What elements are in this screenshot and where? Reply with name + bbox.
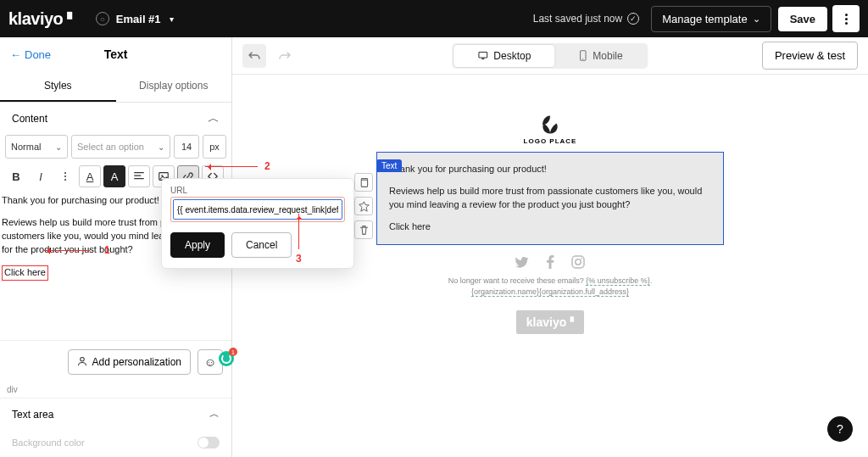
text-block[interactable]: Thank you for purchasing our product! Re…: [376, 152, 724, 245]
url-label: URL: [170, 186, 345, 195]
email-p1: Thank you for purchasing our product!: [389, 163, 711, 176]
done-button[interactable]: ← Done: [10, 48, 51, 61]
click-here-link[interactable]: Click here: [2, 265, 48, 281]
background-color-row[interactable]: Background color: [0, 430, 231, 457]
tab-display-options[interactable]: Display options: [116, 71, 232, 102]
italic-button[interactable]: I: [30, 165, 52, 187]
svg-point-5: [582, 59, 583, 59]
redo-button[interactable]: [273, 44, 297, 68]
more-menu-button[interactable]: [832, 5, 860, 32]
copy-icon: [359, 177, 370, 188]
klaviyo-badge: klaviyo▝: [516, 310, 584, 334]
last-saved-status: Last saved just now ✓: [533, 13, 639, 25]
arrow-left-icon: ←: [10, 48, 21, 61]
twitter-icon[interactable]: [515, 255, 529, 269]
chevron-down-icon: ▾: [170, 14, 174, 24]
device-desktop[interactable]: Desktop: [453, 45, 554, 67]
star-icon: [359, 201, 370, 212]
instagram-icon[interactable]: [571, 255, 585, 269]
favorite-button[interactable]: [354, 197, 373, 215]
duplicate-button[interactable]: [354, 173, 373, 192]
email-p3: Click here: [389, 220, 711, 234]
font-select[interactable]: Select an option⌄: [71, 135, 170, 159]
svg-rect-6: [361, 180, 367, 187]
vertical-dots-icon: [845, 14, 848, 25]
text-area-section[interactable]: Text area ︿: [0, 398, 231, 430]
mobile-icon: [578, 50, 587, 61]
annotation-arrow-1: [44, 250, 90, 251]
align-button[interactable]: [128, 165, 150, 187]
more-format-button[interactable]: [54, 165, 76, 187]
manage-template-button[interactable]: Manage template⌄: [651, 6, 771, 32]
vertical-dots-icon: [64, 172, 66, 181]
grammarly-badge[interactable]: 1: [219, 351, 234, 366]
annotation-2: 2: [264, 160, 270, 172]
logo-place-label: LOGO PLACE: [524, 137, 577, 145]
org-tag: {organization.name}{organization.full_ad…: [471, 287, 629, 297]
undo-icon: [248, 49, 261, 63]
cancel-button[interactable]: Cancel: [231, 232, 292, 258]
chevron-down-icon: ⌄: [55, 142, 62, 152]
save-button[interactable]: Save: [778, 7, 827, 31]
chevron-down-icon: ⌄: [158, 142, 164, 152]
text-color-button[interactable]: A: [79, 165, 101, 187]
svg-rect-7: [572, 256, 584, 268]
smile-icon: ☺: [204, 355, 216, 369]
check-icon: ✓: [627, 13, 639, 25]
svg-point-8: [576, 259, 581, 265]
social-icons: [376, 245, 724, 276]
content-section-header[interactable]: Content ︿: [0, 103, 231, 135]
svg-rect-3: [479, 52, 487, 58]
toggle-off-icon[interactable]: [198, 437, 220, 449]
undo-button[interactable]: [242, 44, 266, 68]
email-switcher[interactable]: ○ Email #1 ▾: [96, 12, 174, 25]
annotation-1: 1: [104, 244, 110, 256]
delete-button[interactable]: [354, 220, 373, 239]
align-icon: [133, 170, 145, 182]
device-mobile[interactable]: Mobile: [554, 45, 646, 67]
paragraph-format-select[interactable]: Normal⌄: [5, 135, 68, 159]
annotation-arrow-3: [298, 214, 299, 249]
link-url-popover: URL Apply Cancel: [161, 178, 354, 269]
bold-button[interactable]: B: [5, 165, 27, 187]
logo-leaf-icon: [537, 114, 563, 136]
apply-button[interactable]: Apply: [170, 232, 225, 258]
tag-row: div: [0, 382, 231, 398]
preview-test-button[interactable]: Preview & test: [762, 42, 858, 70]
email-title: Email #1: [116, 13, 161, 25]
device-switch: Desktop Mobile: [452, 43, 648, 69]
text-bg-button[interactable]: A: [103, 165, 125, 187]
klaviyo-logo: klaviyo▝: [8, 9, 72, 29]
status-icon: ○: [96, 12, 109, 25]
svg-point-2: [80, 357, 84, 361]
add-personalization-button[interactable]: Add personalization: [68, 349, 191, 375]
tab-styles[interactable]: Styles: [0, 71, 116, 102]
email-footer: No longer want to receive these emails? …: [376, 276, 724, 298]
email-p2: Reviews help us build more trust from pa…: [389, 185, 711, 212]
grammarly-count-badge: 1: [229, 348, 237, 356]
facebook-icon[interactable]: [544, 255, 556, 269]
block-type-label: Text: [376, 159, 402, 172]
email-canvas: LOGO PLACE Text Thank you for purchasi: [376, 105, 724, 457]
font-unit: px: [203, 135, 226, 159]
person-icon: [77, 356, 87, 369]
redo-icon: [278, 49, 292, 63]
desktop-icon: [477, 50, 488, 61]
annotation-3: 3: [296, 253, 302, 265]
unsubscribe-tag: {% unsubscribe %}: [586, 276, 650, 286]
trash-icon: [359, 225, 370, 236]
url-input[interactable]: [173, 199, 342, 220]
chevron-up-icon: ︿: [208, 111, 220, 126]
font-size-input[interactable]: 14: [174, 135, 199, 159]
svg-point-9: [581, 258, 582, 259]
chevron-up-icon: ︿: [209, 407, 220, 421]
annotation-arrow-2: [205, 166, 258, 167]
chevron-down-icon: ⌄: [753, 14, 760, 25]
help-button[interactable]: ?: [827, 416, 853, 442]
